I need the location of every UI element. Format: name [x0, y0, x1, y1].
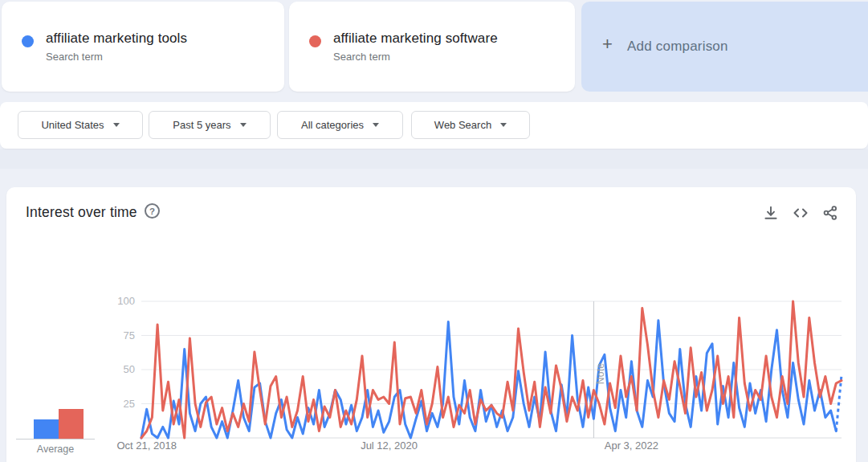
average-bar	[34, 419, 59, 439]
category-filter-label: All categories	[301, 119, 364, 131]
add-comparison-label: Add comparison	[627, 39, 728, 55]
geo-filter-label: United States	[41, 119, 104, 131]
category-filter-dropdown[interactable]: All categories	[277, 111, 403, 139]
chevron-down-icon	[240, 123, 247, 127]
y-tick-label: 100	[87, 295, 135, 307]
x-tick-label: Apr 3, 2022	[605, 440, 658, 452]
question-mark-glyph: ?	[149, 206, 155, 216]
filter-bar: United States Past 5 years All categorie…	[0, 102, 868, 149]
series-color-dot-red	[309, 35, 321, 47]
average-label: Average	[16, 444, 95, 455]
search-term-card-1[interactable]: affiliate marketing tools Search term	[2, 2, 284, 92]
time-range-label: Past 5 years	[173, 119, 230, 131]
note-annotation[interactable]: Note	[595, 357, 606, 390]
help-icon[interactable]: ?	[145, 203, 160, 219]
average-axis-line	[16, 439, 95, 440]
embed-icon[interactable]	[793, 205, 809, 221]
interest-over-time-card: Interest over time ? 100755025 Oct 21, 2…	[6, 187, 856, 462]
interest-over-time-chart[interactable]	[141, 301, 842, 438]
search-term-type-label: Search term	[46, 51, 103, 63]
geo-filter-dropdown[interactable]: United States	[18, 111, 143, 139]
average-bar	[59, 409, 84, 439]
series-color-dot-blue	[22, 35, 34, 47]
note-text: Note	[595, 363, 606, 385]
download-icon[interactable]	[763, 205, 779, 221]
y-tick-label: 50	[87, 363, 135, 375]
page-background-band	[0, 149, 868, 169]
chevron-down-icon	[500, 123, 507, 127]
y-tick-label: 75	[87, 329, 135, 341]
search-type-dropdown[interactable]: Web Search	[411, 111, 530, 139]
x-tick-label: Oct 21, 2018	[116, 440, 176, 452]
search-term-type-label: Search term	[333, 51, 390, 63]
time-range-dropdown[interactable]: Past 5 years	[149, 111, 271, 139]
chart-actions	[763, 205, 838, 221]
section-title: Interest over time	[26, 204, 137, 221]
search-type-label: Web Search	[434, 119, 491, 131]
search-term-text: affiliate marketing software	[333, 31, 498, 47]
plus-icon: +	[602, 35, 613, 53]
add-comparison-button[interactable]: + Add comparison	[581, 2, 868, 92]
search-term-card-2[interactable]: affiliate marketing software Search term	[289, 2, 575, 92]
share-icon[interactable]	[822, 205, 838, 221]
y-tick-label: 25	[87, 398, 135, 410]
search-term-text: affiliate marketing tools	[46, 31, 187, 47]
chevron-down-icon	[373, 123, 379, 127]
chevron-down-icon	[113, 123, 120, 127]
x-tick-label: Jul 12, 2020	[361, 440, 418, 452]
